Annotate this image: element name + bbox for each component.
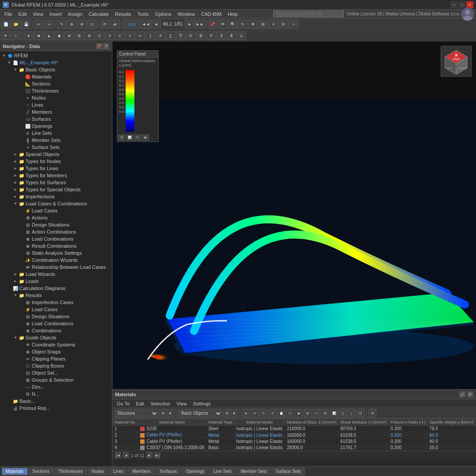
tree-item-relationship[interactable]: ⇌ Relationship Between Load Cases [0, 264, 112, 271]
menu-edit[interactable]: Edit [16, 11, 30, 18]
menu-window[interactable]: Window [175, 11, 197, 18]
next-next-btn[interactable]: ►► [195, 20, 205, 29]
tree-item-load-cases[interactable]: ⚡ Load Cases [0, 207, 112, 214]
tree-item-types-lines[interactable]: ► 📁 Types for Lines [0, 165, 112, 172]
tree-item-n[interactable]: N N... [0, 390, 112, 398]
mat-prev-btn[interactable]: ◄ [223, 409, 230, 417]
tb-btn-extra2[interactable]: ⊟ [279, 20, 288, 29]
menu-cadbim[interactable]: CAD-BIM [198, 11, 224, 18]
tree-item-clipping-boxes[interactable]: □ Clipping Boxes [0, 362, 112, 369]
tb2-btn-1[interactable]: ✦ [1, 31, 11, 40]
mat-tb-4[interactable]: ✕ [268, 409, 276, 418]
save-button[interactable]: 💾 [21, 20, 31, 29]
tree-item-object-snaps[interactable]: ⊛ Object Snaps [0, 348, 112, 355]
basic-objects-dropdown[interactable]: Basic Objects [178, 409, 222, 417]
tb2-btn-21[interactable]: ∀ [206, 31, 216, 40]
tree-area[interactable]: ▼ 🔷 RFEM ▼ 📄 ML-_Example.rf6* ▼ 📁 Basic … [0, 51, 112, 466]
tree-item-dim[interactable]: ↔ Dim... [0, 383, 112, 390]
mat-tb-6[interactable]: ⟳ [286, 409, 294, 418]
mat-menu-view[interactable]: View [174, 401, 190, 407]
tree-item-groups-sel[interactable]: ⊞ Groups & Selection [0, 376, 112, 383]
tree-item-sections[interactable]: 📐 Sections [0, 80, 112, 87]
cp-btn-2[interactable]: 📊 [126, 134, 133, 141]
tb-btn-8[interactable]: ⇄ [110, 20, 120, 29]
tb2-btn-6[interactable]: ◆ [54, 31, 64, 40]
tree-item-types-nodes[interactable]: ► 📁 Types for Nodes [0, 158, 112, 165]
tb-btn-4[interactable]: ⊕ [67, 20, 77, 29]
tree-item-openings[interactable]: ⬜ Openings [0, 123, 112, 130]
cp-btn-3[interactable]: ✎ [134, 134, 141, 141]
tree-item-line-sets[interactable]: ≡ Line Sets [0, 130, 112, 137]
redo-button[interactable]: ↪ [44, 20, 54, 29]
open-button[interactable]: 📂 [11, 20, 21, 29]
mat-menu-goto[interactable]: Go To [114, 401, 132, 407]
tb2-btn-17[interactable]: ∑ [166, 31, 175, 40]
tree-item-special-objects[interactable]: ► 📁 Special Objects [0, 151, 112, 158]
page-prev-btn[interactable]: ◄ [123, 452, 129, 458]
tb2-btn-22[interactable]: ∃ [216, 31, 226, 40]
tab-lines[interactable]: Lines [109, 468, 127, 475]
cp-btn-1[interactable]: ⚙ [118, 134, 125, 141]
mat-tb-9[interactable]: ≡ [312, 409, 320, 418]
tree-item-static-analysis[interactable]: ⚙ Static Analysis Settings [0, 249, 112, 257]
tree-item-object-sel[interactable]: ⊡ Object Sel... [0, 369, 112, 376]
tb2-btn-12[interactable]: ≠ [115, 31, 125, 40]
tb-pin[interactable]: 📌 [208, 20, 217, 29]
page-next-btn[interactable]: ► [146, 452, 152, 458]
menu-insert[interactable]: Insert [47, 11, 64, 18]
tree-item-actions[interactable]: ⚙ Actions [0, 214, 112, 221]
tree-item-results[interactable]: ▼ 📁 Results [0, 292, 112, 299]
table-row[interactable]: 3 Cable PV (Pfeifer) Metal Isotropic | L… [113, 438, 476, 444]
tb2-btn-24[interactable]: ⊆ [237, 31, 246, 40]
mat-tb-2[interactable]: ⊖ [251, 409, 259, 418]
tree-item-res-design-situations[interactable]: ⊟ Design Situations [0, 313, 112, 320]
tree-item-rfem[interactable]: ▼ 🔷 RFEM [0, 52, 112, 59]
mat-controls[interactable]: ⤢ ✕ [459, 391, 473, 398]
tree-item-load-combinations[interactable]: ⊕ Load Combinations [0, 235, 112, 242]
tree-item-thicknesses[interactable]: ⬛ Thicknesses [0, 87, 112, 94]
tb-eye[interactable]: 👁 [218, 20, 227, 29]
tb2-btn-23[interactable]: ∄ [227, 31, 236, 40]
menu-view[interactable]: View [30, 11, 46, 18]
mat-tb-12[interactable]: ∑ [339, 409, 347, 418]
table-row[interactable]: 2 Cable PV (Pfeifer) Metal Isotropic | L… [113, 432, 476, 438]
page-first-btn[interactable]: |◄ [115, 452, 121, 458]
mat-expand-btn[interactable]: ⤢ [459, 391, 465, 398]
tab-surface-sets[interactable]: Surface Sets [271, 468, 305, 475]
mat-settings-btn[interactable]: ⚙ [368, 409, 376, 418]
new-button[interactable]: 📄 [1, 20, 11, 29]
prev-btn[interactable]: ◄ [151, 20, 161, 29]
tree-item-materials[interactable]: 🔴 Materials [0, 73, 112, 80]
tab-surfaces[interactable]: Surfaces [156, 468, 181, 475]
tab-member-sets[interactable]: Member Sets [237, 468, 271, 475]
minimize-button[interactable]: ─ [450, 1, 457, 8]
tree-item-guide-objects[interactable]: ▼ 📁 Guide Objects [0, 334, 112, 341]
tree-item-load-cases-comb[interactable]: ▼ 📁 Load Cases & Combinations [0, 200, 112, 207]
menu-help[interactable]: Help [225, 11, 241, 18]
prev-prev-btn[interactable]: ◄◄ [141, 20, 151, 29]
tb2-btn-7[interactable]: ★ [64, 31, 74, 40]
mat-tb-13[interactable]: ∫ [348, 409, 356, 418]
page-last-btn[interactable]: ►| [154, 452, 160, 458]
mat-menu-edit[interactable]: Edit [133, 401, 147, 407]
tb2-btn-8[interactable]: ⊕ [74, 31, 84, 40]
tb-btn-5[interactable]: ⊗ [77, 20, 87, 29]
tree-item-surfaces[interactable]: ▭ Surfaces [0, 115, 112, 123]
menu-assign[interactable]: Assign [65, 11, 85, 18]
cp-btn-4[interactable]: ▶ [142, 134, 149, 141]
tb-btn-extra3[interactable]: ≈ [289, 20, 298, 29]
viewport[interactable]: Control Panel Global Deformations u [mm]… [112, 41, 476, 466]
tree-item-members[interactable]: ╱ Members [0, 108, 112, 115]
mat-tb-10[interactable]: ⇌ [321, 409, 329, 418]
mat-close-btn[interactable]: ✕ [467, 391, 473, 398]
tb-btn-extra1[interactable]: ≡ [268, 20, 278, 29]
tree-item-basic-bot[interactable]: 📁 Basic... [0, 398, 112, 405]
tree-item-ml-example[interactable]: ▼ 📄 ML-_Example.rf6* [0, 59, 112, 66]
table-row[interactable]: 1 S235 Steel Isotropic | Linear Elastic … [113, 426, 476, 432]
tb2-btn-19[interactable]: ∈ [186, 31, 196, 40]
nav-close-btn[interactable]: ✕ [103, 43, 109, 49]
tree-item-loads[interactable]: ► 📁 Loads [0, 278, 112, 285]
mat-menu-settings[interactable]: Settings [190, 401, 213, 407]
tree-item-types-members[interactable]: ► 📁 Types for Members [0, 172, 112, 179]
tb-btn-6[interactable]: ⊙ [87, 20, 97, 29]
